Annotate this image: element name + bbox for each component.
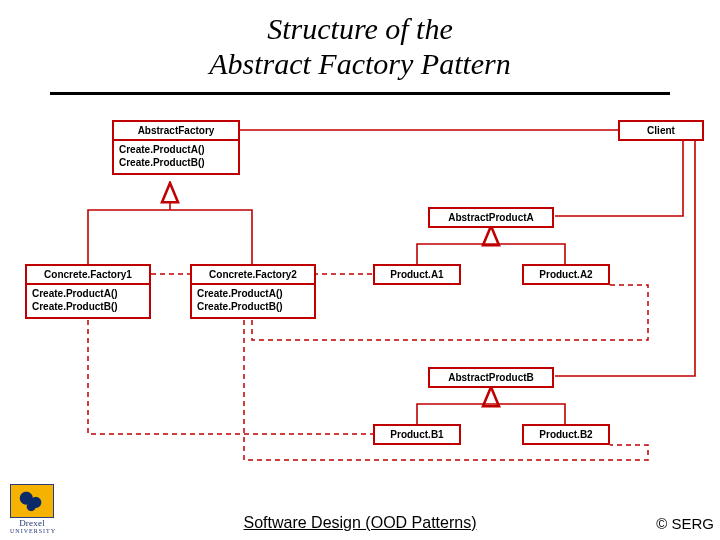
concrete-factory-1-class: Concrete.Factory1 Create.ProductA() Crea… bbox=[25, 264, 151, 319]
title-underline bbox=[50, 92, 670, 95]
class-ops: Create.ProductA() Create.ProductB() bbox=[27, 285, 149, 317]
class-name: Concrete.Factory1 bbox=[27, 266, 149, 285]
class-ops: Create.ProductA() Create.ProductB() bbox=[114, 141, 238, 173]
product-a1-class: Product.A1 bbox=[373, 264, 461, 285]
class-name: AbstractFactory bbox=[114, 122, 238, 141]
title-line-1: Structure of the bbox=[267, 12, 453, 45]
dragon-icon bbox=[13, 487, 51, 515]
university-logo: Drexel UNIVERSITY bbox=[10, 484, 54, 534]
op: Create.ProductA() bbox=[119, 144, 233, 157]
product-a2-class: Product.A2 bbox=[522, 264, 610, 285]
class-name: Product.B1 bbox=[375, 426, 459, 443]
abstract-product-b-class: AbstractProductB bbox=[428, 367, 554, 388]
class-name: Product.A2 bbox=[524, 266, 608, 283]
logo-name: Drexel bbox=[10, 518, 54, 528]
class-name: Concrete.Factory2 bbox=[192, 266, 314, 285]
product-b2-class: Product.B2 bbox=[522, 424, 610, 445]
abstract-product-a-class: AbstractProductA bbox=[428, 207, 554, 228]
logo-subname: UNIVERSITY bbox=[10, 528, 54, 534]
abstract-factory-class: AbstractFactory Create.ProductA() Create… bbox=[112, 120, 240, 175]
class-name: Client bbox=[620, 122, 702, 139]
op: Create.ProductB() bbox=[197, 301, 309, 314]
class-ops: Create.ProductA() Create.ProductB() bbox=[192, 285, 314, 317]
op: Create.ProductA() bbox=[197, 288, 309, 301]
class-name: Product.B2 bbox=[524, 426, 608, 443]
class-name: AbstractProductB bbox=[430, 369, 552, 386]
footer-course: Software Design (OOD Patterns) bbox=[0, 514, 720, 532]
page-title: Structure of the Abstract Factory Patter… bbox=[0, 0, 720, 81]
title-line-2: Abstract Factory Pattern bbox=[209, 47, 511, 80]
op: Create.ProductB() bbox=[32, 301, 144, 314]
footer-copyright: © SERG bbox=[656, 515, 714, 532]
product-b1-class: Product.B1 bbox=[373, 424, 461, 445]
class-name: AbstractProductA bbox=[430, 209, 552, 226]
op: Create.ProductA() bbox=[32, 288, 144, 301]
concrete-factory-2-class: Concrete.Factory2 Create.ProductA() Crea… bbox=[190, 264, 316, 319]
class-name: Product.A1 bbox=[375, 266, 459, 283]
op: Create.ProductB() bbox=[119, 157, 233, 170]
client-class: Client bbox=[618, 120, 704, 141]
logo-crest bbox=[10, 484, 54, 518]
